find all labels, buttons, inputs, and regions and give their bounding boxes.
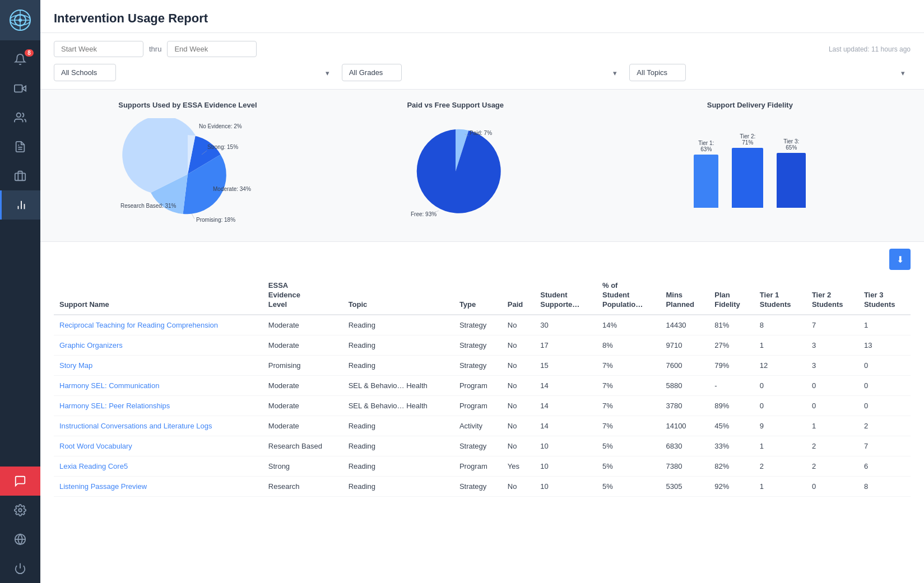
sidebar-item-reports[interactable] [0,132,40,161]
paid-chart-title: Paid vs Free Support Usage [407,101,504,109]
cell-mins-planned: 6830 [660,436,709,456]
col-plan-fidelity: PlanFidelity [709,277,754,315]
cell-tier3: 6 [858,456,911,476]
topic-filter-wrapper: All Topics ▾ [629,64,911,81]
cell-type: Program [454,456,502,476]
cell-tier3: 1 [858,315,911,335]
cell-students: 30 [535,315,597,335]
start-week-input[interactable] [54,41,143,57]
cell-type: Program [454,375,502,395]
table-header-row: Support Name ESSAEvidenceLevel Topic Typ… [54,277,911,315]
support-link[interactable]: Harmony SEL: Communication [59,381,159,390]
cell-pct-pop: 7% [597,375,660,395]
cell-mins-planned: 5880 [660,375,709,395]
cell-topic: SEL & Behavio… Health [343,375,454,395]
table-row: Instructional Conversations and Literatu… [54,416,911,436]
cell-pct-pop: 5% [597,456,660,476]
cell-pct-pop: 5% [597,436,660,456]
filters-bar: thru Last updated: 11 hours ago All Scho… [40,33,924,90]
cell-mins-planned: 14100 [660,416,709,436]
cell-students: 10 [535,436,597,456]
end-week-input[interactable] [167,41,257,57]
cell-plan-fidelity: 92% [709,476,754,496]
support-link[interactable]: Root Word Vocabulary [59,442,132,450]
support-link[interactable]: Harmony SEL: Peer Relationships [59,402,170,410]
sidebar-item-settings[interactable] [0,496,40,525]
cell-pct-pop: 7% [597,355,660,375]
cell-tier2: 2 [806,436,858,456]
cell-plan-fidelity: - [709,375,754,395]
support-link[interactable]: Instructional Conversations and Literatu… [59,422,212,430]
cell-essa: Research [263,476,343,496]
sidebar-item-groups[interactable] [0,103,40,132]
bar-tier2: Tier 2: 71% [732,133,763,208]
sidebar-bottom [0,467,40,583]
cell-topic: Reading [343,476,454,496]
support-link[interactable]: Reciprocal Teaching for Reading Comprehe… [59,321,218,329]
cell-essa: Moderate [263,315,343,335]
cell-tier2: 7 [806,315,858,335]
topic-filter-select[interactable]: All Topics [629,64,686,81]
col-paid: Paid [502,277,535,315]
sidebar-item-students[interactable] [0,74,40,103]
cell-pct-pop: 14% [597,315,660,335]
table-section: ⬇ Support Name ESSAEvidenceLevel Topic T… [40,242,924,510]
school-filter-wrapper: All Schools ▾ [54,64,335,81]
grade-filter-select[interactable]: All Grades [342,64,402,81]
cell-name: Story Map [54,355,263,375]
sidebar-item-schools[interactable] [0,161,40,190]
cell-topic: Reading [343,355,454,375]
essa-pie-svg: Strong: 15% Moderate: 34% Promising: 18%… [109,118,266,230]
svg-rect-6 [15,85,22,92]
table-row: Harmony SEL: Peer Relationships Moderate… [54,395,911,416]
svg-point-7 [17,113,21,117]
tier3-label: Tier 3: 65% [783,138,799,151]
download-button[interactable]: ⬇ [889,249,911,270]
chevron-down-icon: ▾ [613,68,617,77]
cell-students: 14 [535,375,597,395]
cell-tier3: 8 [858,476,911,496]
support-link[interactable]: Lexia Reading Core5 [59,462,128,470]
support-link[interactable]: Listening Passage Preview [59,482,147,491]
col-support-name: Support Name [54,277,263,315]
chevron-down-icon: ▾ [326,68,329,77]
cell-tier3: 0 [858,375,911,395]
cell-type: Strategy [454,335,502,355]
cell-type: Program [454,395,502,416]
table-row: Harmony SEL: Communication Moderate SEL … [54,375,911,395]
sidebar-item-power[interactable] [0,554,40,583]
sidebar-item-analytics[interactable] [0,190,40,220]
page-title: Intervention Usage Report [54,11,911,26]
cell-paid: No [502,355,535,375]
essa-chart-title: Supports Used by ESSA Evidence Level [118,101,257,109]
col-tier3: Tier 3Students [858,277,911,315]
cell-plan-fidelity: 33% [709,436,754,456]
cell-tier3: 7 [858,436,911,456]
cell-type: Strategy [454,436,502,456]
table-row: Graphic Organizers Moderate Reading Stra… [54,335,911,355]
last-updated-label: Last updated: 11 hours ago [829,45,911,53]
main-content: Intervention Usage Report thru Last upda… [40,0,924,583]
table-row: Listening Passage Preview Research Readi… [54,476,911,496]
table-row: Root Word Vocabulary Research Based Read… [54,436,911,456]
bar-chart: Tier 1: 63% Tier 2: 71% Tier 3: 65% [694,118,806,208]
sidebar-item-notifications[interactable]: 8 [0,45,40,74]
col-topic: Topic [343,277,454,315]
support-link[interactable]: Story Map [59,361,92,370]
sidebar-item-globe[interactable] [0,525,40,554]
cell-type: Strategy [454,355,502,375]
cell-essa: Strong [263,456,343,476]
cell-tier1: 8 [754,315,806,335]
cell-paid: No [502,416,535,436]
support-link[interactable]: Graphic Organizers [59,341,123,349]
app-logo[interactable] [0,0,40,40]
cell-mins-planned: 5305 [660,476,709,496]
sidebar-item-chat[interactable] [0,467,40,496]
cell-tier1: 0 [754,395,806,416]
cell-tier2: 3 [806,355,858,375]
school-filter-select[interactable]: All Schools [54,64,116,81]
cell-paid: No [502,375,535,395]
cell-plan-fidelity: 79% [709,355,754,375]
charts-section: Supports Used by ESSA Evidence Level [40,90,924,242]
table-row: Reciprocal Teaching for Reading Comprehe… [54,315,911,335]
